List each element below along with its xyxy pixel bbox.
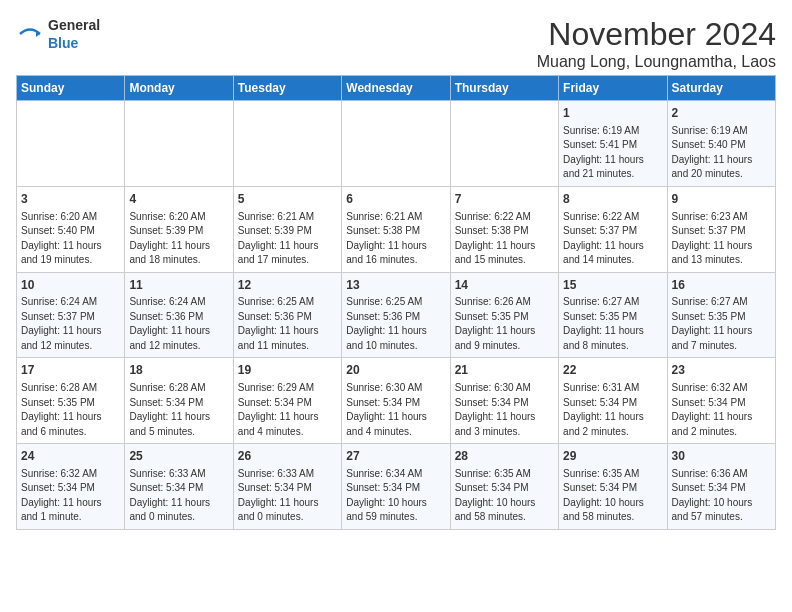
day-number: 6 [346, 191, 445, 208]
calendar-cell: 13Sunrise: 6:25 AM Sunset: 5:36 PM Dayli… [342, 272, 450, 358]
calendar-cell: 8Sunrise: 6:22 AM Sunset: 5:37 PM Daylig… [559, 186, 667, 272]
day-number: 1 [563, 105, 662, 122]
calendar-week-1: 1Sunrise: 6:19 AM Sunset: 5:41 PM Daylig… [17, 101, 776, 187]
day-number: 2 [672, 105, 771, 122]
day-info: Sunrise: 6:32 AM Sunset: 5:34 PM Dayligh… [672, 381, 771, 439]
day-info: Sunrise: 6:27 AM Sunset: 5:35 PM Dayligh… [563, 295, 662, 353]
calendar-cell: 26Sunrise: 6:33 AM Sunset: 5:34 PM Dayli… [233, 444, 341, 530]
day-number: 25 [129, 448, 228, 465]
day-info: Sunrise: 6:31 AM Sunset: 5:34 PM Dayligh… [563, 381, 662, 439]
calendar-cell [342, 101, 450, 187]
day-info: Sunrise: 6:24 AM Sunset: 5:37 PM Dayligh… [21, 295, 120, 353]
day-info: Sunrise: 6:33 AM Sunset: 5:34 PM Dayligh… [129, 467, 228, 525]
day-header-sunday: Sunday [17, 76, 125, 101]
day-number: 7 [455, 191, 554, 208]
calendar-cell: 2Sunrise: 6:19 AM Sunset: 5:40 PM Daylig… [667, 101, 775, 187]
calendar-cell: 27Sunrise: 6:34 AM Sunset: 5:34 PM Dayli… [342, 444, 450, 530]
day-info: Sunrise: 6:27 AM Sunset: 5:35 PM Dayligh… [672, 295, 771, 353]
day-header-monday: Monday [125, 76, 233, 101]
day-number: 17 [21, 362, 120, 379]
day-info: Sunrise: 6:30 AM Sunset: 5:34 PM Dayligh… [346, 381, 445, 439]
calendar-week-4: 17Sunrise: 6:28 AM Sunset: 5:35 PM Dayli… [17, 358, 776, 444]
calendar-week-3: 10Sunrise: 6:24 AM Sunset: 5:37 PM Dayli… [17, 272, 776, 358]
calendar-cell [125, 101, 233, 187]
day-info: Sunrise: 6:22 AM Sunset: 5:37 PM Dayligh… [563, 210, 662, 268]
calendar-cell: 10Sunrise: 6:24 AM Sunset: 5:37 PM Dayli… [17, 272, 125, 358]
day-number: 20 [346, 362, 445, 379]
day-number: 22 [563, 362, 662, 379]
logo-text-blue: Blue [48, 35, 78, 51]
day-info: Sunrise: 6:19 AM Sunset: 5:40 PM Dayligh… [672, 124, 771, 182]
day-info: Sunrise: 6:25 AM Sunset: 5:36 PM Dayligh… [238, 295, 337, 353]
day-info: Sunrise: 6:35 AM Sunset: 5:34 PM Dayligh… [563, 467, 662, 525]
day-number: 19 [238, 362, 337, 379]
calendar-cell: 11Sunrise: 6:24 AM Sunset: 5:36 PM Dayli… [125, 272, 233, 358]
day-header-wednesday: Wednesday [342, 76, 450, 101]
subtitle: Muang Long, Loungnamtha, Laos [537, 53, 776, 71]
day-number: 12 [238, 277, 337, 294]
day-header-saturday: Saturday [667, 76, 775, 101]
day-number: 14 [455, 277, 554, 294]
day-header-friday: Friday [559, 76, 667, 101]
day-info: Sunrise: 6:36 AM Sunset: 5:34 PM Dayligh… [672, 467, 771, 525]
calendar-cell: 1Sunrise: 6:19 AM Sunset: 5:41 PM Daylig… [559, 101, 667, 187]
calendar-cell [233, 101, 341, 187]
day-info: Sunrise: 6:34 AM Sunset: 5:34 PM Dayligh… [346, 467, 445, 525]
day-info: Sunrise: 6:20 AM Sunset: 5:40 PM Dayligh… [21, 210, 120, 268]
day-info: Sunrise: 6:25 AM Sunset: 5:36 PM Dayligh… [346, 295, 445, 353]
day-number: 29 [563, 448, 662, 465]
day-info: Sunrise: 6:29 AM Sunset: 5:34 PM Dayligh… [238, 381, 337, 439]
day-number: 18 [129, 362, 228, 379]
calendar-cell: 28Sunrise: 6:35 AM Sunset: 5:34 PM Dayli… [450, 444, 558, 530]
day-info: Sunrise: 6:21 AM Sunset: 5:38 PM Dayligh… [346, 210, 445, 268]
calendar-cell [450, 101, 558, 187]
day-info: Sunrise: 6:33 AM Sunset: 5:34 PM Dayligh… [238, 467, 337, 525]
day-number: 9 [672, 191, 771, 208]
calendar-cell: 16Sunrise: 6:27 AM Sunset: 5:35 PM Dayli… [667, 272, 775, 358]
calendar-cell: 5Sunrise: 6:21 AM Sunset: 5:39 PM Daylig… [233, 186, 341, 272]
calendar-header: SundayMondayTuesdayWednesdayThursdayFrid… [17, 76, 776, 101]
day-header-tuesday: Tuesday [233, 76, 341, 101]
calendar-week-2: 3Sunrise: 6:20 AM Sunset: 5:40 PM Daylig… [17, 186, 776, 272]
calendar-cell: 9Sunrise: 6:23 AM Sunset: 5:37 PM Daylig… [667, 186, 775, 272]
day-number: 11 [129, 277, 228, 294]
calendar-cell: 29Sunrise: 6:35 AM Sunset: 5:34 PM Dayli… [559, 444, 667, 530]
day-header-thursday: Thursday [450, 76, 558, 101]
day-number: 28 [455, 448, 554, 465]
logo-icon [16, 23, 44, 45]
day-info: Sunrise: 6:19 AM Sunset: 5:41 PM Dayligh… [563, 124, 662, 182]
calendar-cell: 15Sunrise: 6:27 AM Sunset: 5:35 PM Dayli… [559, 272, 667, 358]
day-info: Sunrise: 6:23 AM Sunset: 5:37 PM Dayligh… [672, 210, 771, 268]
calendar-cell: 7Sunrise: 6:22 AM Sunset: 5:38 PM Daylig… [450, 186, 558, 272]
day-info: Sunrise: 6:21 AM Sunset: 5:39 PM Dayligh… [238, 210, 337, 268]
day-info: Sunrise: 6:22 AM Sunset: 5:38 PM Dayligh… [455, 210, 554, 268]
day-number: 30 [672, 448, 771, 465]
calendar-cell: 25Sunrise: 6:33 AM Sunset: 5:34 PM Dayli… [125, 444, 233, 530]
day-number: 15 [563, 277, 662, 294]
day-number: 16 [672, 277, 771, 294]
calendar-cell: 4Sunrise: 6:20 AM Sunset: 5:39 PM Daylig… [125, 186, 233, 272]
calendar-cell: 22Sunrise: 6:31 AM Sunset: 5:34 PM Dayli… [559, 358, 667, 444]
calendar-cell: 23Sunrise: 6:32 AM Sunset: 5:34 PM Dayli… [667, 358, 775, 444]
day-number: 10 [21, 277, 120, 294]
day-number: 23 [672, 362, 771, 379]
day-info: Sunrise: 6:32 AM Sunset: 5:34 PM Dayligh… [21, 467, 120, 525]
day-info: Sunrise: 6:24 AM Sunset: 5:36 PM Dayligh… [129, 295, 228, 353]
day-number: 27 [346, 448, 445, 465]
calendar-cell [17, 101, 125, 187]
day-number: 5 [238, 191, 337, 208]
calendar-cell: 24Sunrise: 6:32 AM Sunset: 5:34 PM Dayli… [17, 444, 125, 530]
day-info: Sunrise: 6:20 AM Sunset: 5:39 PM Dayligh… [129, 210, 228, 268]
day-number: 4 [129, 191, 228, 208]
calendar-cell: 21Sunrise: 6:30 AM Sunset: 5:34 PM Dayli… [450, 358, 558, 444]
title-block: November 2024 Muang Long, Loungnamtha, L… [537, 16, 776, 71]
day-number: 8 [563, 191, 662, 208]
day-number: 24 [21, 448, 120, 465]
calendar-cell: 20Sunrise: 6:30 AM Sunset: 5:34 PM Dayli… [342, 358, 450, 444]
calendar-cell: 14Sunrise: 6:26 AM Sunset: 5:35 PM Dayli… [450, 272, 558, 358]
logo-text-general: General [48, 17, 100, 33]
calendar-cell: 6Sunrise: 6:21 AM Sunset: 5:38 PM Daylig… [342, 186, 450, 272]
calendar-cell: 17Sunrise: 6:28 AM Sunset: 5:35 PM Dayli… [17, 358, 125, 444]
day-number: 13 [346, 277, 445, 294]
calendar-week-5: 24Sunrise: 6:32 AM Sunset: 5:34 PM Dayli… [17, 444, 776, 530]
